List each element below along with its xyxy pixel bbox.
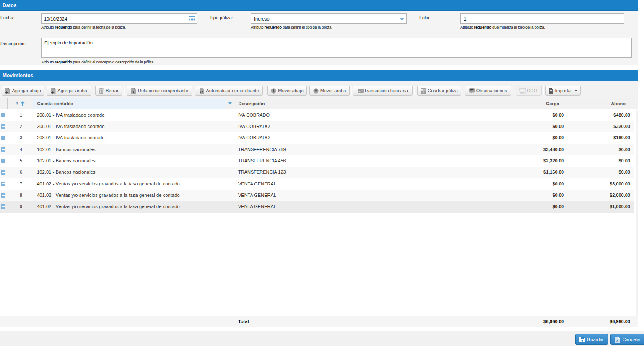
svg-text:s: s: [358, 89, 361, 93]
svg-text:x: x: [616, 339, 618, 342]
